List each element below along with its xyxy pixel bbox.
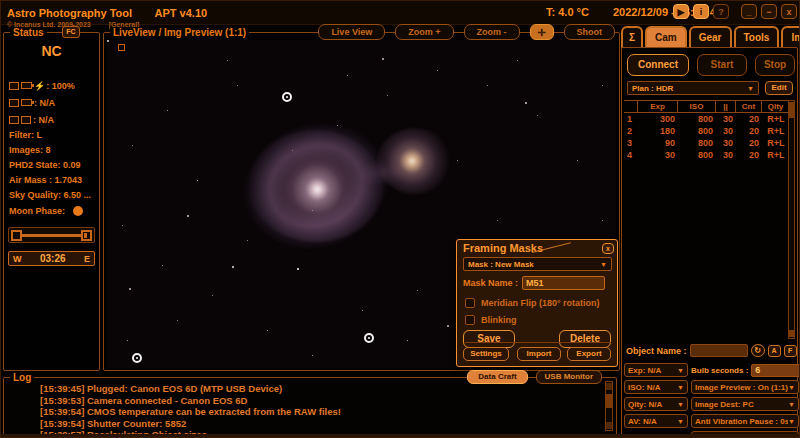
table-row[interactable]: 3 90 800 30 20 R+L — [624, 137, 790, 149]
apt-window: Astro Photography Tool APT v4.10 © Incan… — [0, 0, 800, 438]
log-entry: [15:39:45] Plugged: Canon EOS 6D (MTP US… — [40, 383, 600, 395]
mask-name-input[interactable] — [522, 276, 605, 290]
minimize-icon: _ — [746, 7, 751, 17]
help-button[interactable]: ? — [713, 4, 729, 19]
slider-left-handle[interactable] — [11, 230, 22, 241]
fc-button[interactable]: FC — [62, 26, 80, 38]
image-dest-dropdown[interactable]: Image Dest: PC ▼ — [691, 397, 799, 411]
tab-tools[interactable]: Tools — [734, 26, 780, 48]
image-preview-dropdown[interactable]: Image Preview : On (1:1) ▼ — [691, 380, 799, 394]
meridian-flip-checkbox[interactable] — [465, 298, 475, 308]
star-ring-marker[interactable] — [364, 333, 374, 343]
star-ring-marker[interactable] — [282, 92, 292, 102]
live-view-button[interactable]: Live View — [318, 24, 385, 40]
mask-select-value: Mask : New Mask — [468, 260, 600, 269]
table-row[interactable]: 1 300 800 30 20 R+L — [624, 113, 790, 125]
meridian-flip-label: Meridian Flip (180° rotation) — [481, 298, 600, 308]
settings-button[interactable]: Settings — [463, 347, 509, 361]
moon-phase-label: Moon Phase: — [9, 204, 65, 219]
table-row[interactable]: 4 30 800 30 20 R+L — [624, 149, 790, 161]
chevron-down-icon: ▼ — [677, 384, 684, 391]
table-row[interactable]: 2 180 800 30 20 R+L — [624, 125, 790, 137]
data-craft-button[interactable]: Data Craft — [467, 370, 527, 384]
scrollbar-down-arrow[interactable] — [606, 422, 612, 429]
blinking-checkbox[interactable] — [465, 315, 475, 325]
storage-icon — [21, 116, 31, 124]
object-name-label: Object Name : — [626, 346, 687, 356]
anti-vibration-dropdown[interactable]: Anti Vibration Pause : 0s ▼ — [691, 414, 799, 428]
chevron-down-icon: ▼ — [788, 384, 795, 391]
table-scrollbar[interactable] — [788, 100, 795, 339]
tab-gear[interactable]: Gear * — [689, 26, 732, 48]
scrollbar-down-arrow[interactable] — [789, 330, 794, 337]
f-button[interactable]: F — [784, 345, 797, 357]
crosshair-button[interactable]: ✛ — [530, 24, 554, 40]
help-icon: ? — [718, 7, 724, 17]
bulb-seconds-label: Bulb seconds : — [691, 366, 748, 375]
save-button[interactable]: Save — [463, 330, 515, 348]
stop-button[interactable]: Stop — [755, 54, 795, 76]
scrollbar-thumb[interactable] — [606, 394, 612, 408]
zoom-out-button[interactable]: Zoom - — [464, 24, 520, 40]
pc-battery-value: : 100% — [46, 81, 75, 91]
minimize-button[interactable]: _ — [741, 4, 757, 19]
exp-dropdown[interactable]: Exp: N/A ▼ — [624, 363, 688, 377]
east-label: E — [84, 254, 90, 264]
play-icon: ▶ — [678, 7, 685, 17]
camera-storage-row: : N/A — [9, 111, 99, 128]
shoot-button[interactable]: Shoot — [564, 24, 616, 40]
camera-storage-value: : N/A — [33, 115, 54, 125]
app-title: Astro Photography Tool — [7, 7, 132, 19]
chevron-down-icon: ▼ — [788, 401, 795, 408]
charging-bolt-icon: ⚡ — [34, 82, 45, 90]
blinking-label: Blinking — [481, 315, 517, 325]
play-button[interactable]: ▶ — [673, 4, 689, 19]
av-dropdown[interactable]: AV: N/A ▼ — [624, 414, 688, 428]
dialog-close-button[interactable]: x — [602, 243, 614, 254]
log-entry: [15:39:53] Camera connected - Canon EOS … — [40, 395, 600, 407]
tab-cam[interactable]: Cam — [645, 26, 687, 48]
slider-right-handle[interactable] — [81, 230, 92, 241]
sky-quality-status: Sky Quality: 6.50 ... — [9, 188, 99, 203]
close-button[interactable]: x — [781, 4, 797, 19]
focus-slider[interactable] — [8, 227, 95, 243]
info-icon: i — [700, 7, 703, 17]
west-label: W — [13, 254, 22, 264]
chevron-down-icon: ▼ — [747, 85, 754, 92]
edit-plan-button[interactable]: Edit — [765, 81, 793, 95]
object-name-input[interactable] — [690, 344, 748, 357]
images-status: Images: 8 — [9, 143, 99, 158]
zoom-in-button[interactable]: Zoom + — [395, 24, 453, 40]
import-button[interactable]: Import — [517, 347, 561, 361]
export-button[interactable]: Export — [567, 347, 611, 361]
restore-button[interactable]: − — [761, 4, 777, 19]
exposure-plan-table[interactable]: Exp ISO || Cnt Qlty 1 300 800 30 20 R+L … — [624, 100, 790, 339]
moon-phase-row: Moon Phase: — [9, 203, 99, 219]
scrollbar-thumb[interactable] — [789, 102, 794, 118]
framing-masks-dialog: Framing Masks x Mask : New Mask ▼ Mask N… — [456, 239, 618, 367]
scrollbar-up-arrow[interactable] — [606, 383, 612, 390]
tab-img[interactable]: Img — [781, 26, 800, 48]
log-scrollbar[interactable] — [605, 381, 613, 431]
plan-select-dropdown[interactable]: Plan : HDR ▼ — [627, 81, 759, 95]
connect-button[interactable]: Connect — [627, 54, 689, 76]
plan-select-value: Plan : HDR — [632, 84, 747, 93]
refresh-object-button[interactable]: ↻ — [751, 344, 765, 357]
bulb-seconds-input[interactable] — [751, 364, 800, 377]
a-button[interactable]: A — [768, 345, 781, 357]
camera-battery-row: : N/A — [9, 94, 99, 111]
chevron-down-icon: ▼ — [677, 401, 684, 408]
info-button[interactable]: i — [693, 4, 709, 19]
tab-summary[interactable]: Σ — [621, 26, 643, 48]
ngc5195-companion-galaxy — [377, 128, 453, 194]
star-ring-marker[interactable] — [132, 353, 142, 363]
mask-select-dropdown[interactable]: Mask : New Mask ▼ — [463, 257, 612, 271]
iso-dropdown[interactable]: ISO: N/A ▼ — [624, 380, 688, 394]
bright-stars — [107, 40, 109, 42]
usb-monitor-button[interactable]: USB Monitor — [536, 370, 602, 384]
preview-panel-title: LiveView / Img Preview (1:1) — [110, 27, 249, 38]
qlty-dropdown[interactable]: Qlty: N/A ▼ — [624, 397, 688, 411]
start-button[interactable]: Start — [697, 54, 747, 76]
delete-button[interactable]: Delete — [559, 330, 611, 348]
filter-status: Filter: L — [9, 128, 99, 143]
